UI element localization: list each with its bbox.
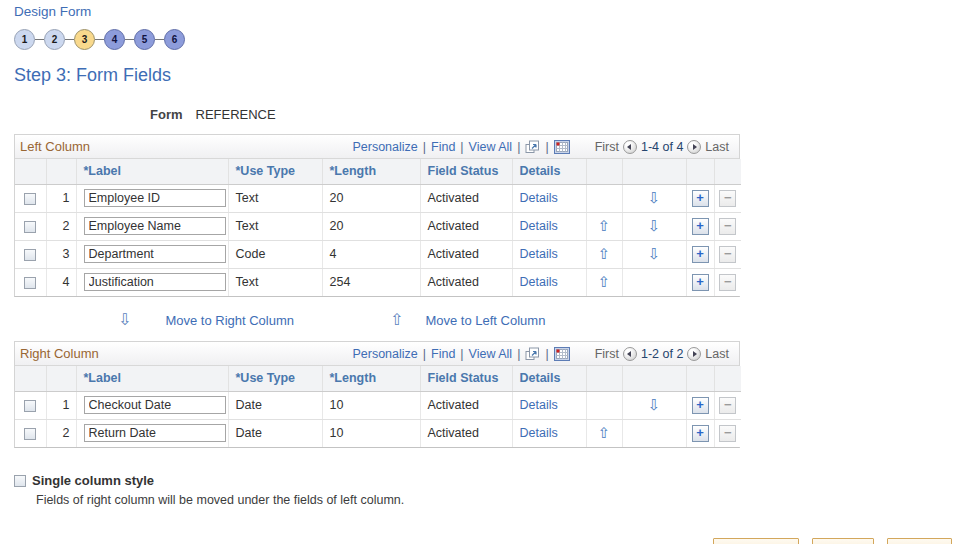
move-to-left-link[interactable]: Move to Left Column [425, 313, 545, 328]
select-column-header [15, 159, 46, 184]
separator [545, 347, 548, 361]
details-link[interactable]: Details [520, 398, 558, 412]
step-circle-1: 1 [14, 29, 35, 50]
design-form-page: Design Form 1 2 3 4 5 6 Step 3: Form Fie… [0, 0, 961, 544]
step-connector [35, 39, 44, 40]
label-input[interactable] [84, 273, 226, 291]
right-column-grid: Right Column Personalize Find View All [14, 341, 740, 448]
popup-icon[interactable] [525, 140, 540, 154]
move-to-left-icon[interactable] [390, 312, 403, 328]
details-link[interactable]: Details [520, 219, 558, 233]
pager-first-label: First [595, 347, 619, 361]
move-down-icon[interactable] [648, 397, 661, 412]
add-row-button[interactable] [692, 274, 709, 291]
use-type-value: Text [228, 184, 322, 212]
move-up-icon[interactable] [598, 218, 611, 233]
use-type-value: Text [228, 268, 322, 296]
add-row-button[interactable] [692, 246, 709, 263]
row-select-checkbox[interactable] [24, 249, 36, 261]
use-type-value: Code [228, 240, 322, 268]
label-input[interactable] [84, 396, 226, 414]
field-status-value: Activated [420, 391, 512, 419]
table-row: 2 Date 10 Activated Details [15, 419, 741, 447]
row-select-checkbox[interactable] [24, 221, 36, 233]
delete-row-button[interactable] [719, 190, 736, 207]
row-number: 2 [46, 419, 76, 447]
delete-row-button[interactable] [719, 218, 736, 235]
separator [460, 347, 463, 361]
label-input[interactable] [84, 245, 226, 263]
pager-first-label: First [595, 140, 619, 154]
download-grid-icon[interactable] [554, 347, 570, 361]
download-grid-icon[interactable] [554, 140, 570, 154]
left-column-grid: Left Column Personalize Find View All [14, 134, 740, 297]
form-value: REFERENCE [196, 107, 276, 122]
row-select-checkbox[interactable] [24, 400, 36, 412]
details-link[interactable]: Details [520, 247, 558, 261]
use-type-value: Text [228, 212, 322, 240]
add-row-button[interactable] [692, 397, 709, 414]
header-row: *Label *Use Type *Length Field Status De… [15, 159, 741, 184]
row-select-checkbox[interactable] [24, 428, 36, 440]
row-number: 2 [46, 212, 76, 240]
pager-previous-button[interactable] [623, 140, 637, 154]
pager-next-button[interactable] [687, 140, 701, 154]
table-row: 1 Date 10 Activated Details [15, 391, 741, 419]
previous-button[interactable]: < Previous [713, 538, 798, 544]
pager-range: 1-4 of 4 [641, 140, 683, 154]
popup-icon[interactable] [525, 347, 540, 361]
single-column-style-checkbox[interactable] [14, 475, 26, 487]
pager-previous-button[interactable] [623, 347, 637, 361]
details-link[interactable]: Details [520, 191, 558, 205]
move-up-column-header [586, 366, 622, 391]
row-select-checkbox[interactable] [24, 277, 36, 289]
add-row-button[interactable] [692, 218, 709, 235]
move-up-icon[interactable] [598, 274, 611, 289]
view-all-link[interactable]: View All [469, 140, 513, 154]
field-status-value: Activated [420, 268, 512, 296]
cancel-button[interactable]: Cancel [887, 538, 952, 544]
move-down-icon[interactable] [648, 218, 661, 233]
label-input[interactable] [84, 424, 226, 442]
delete-row-button[interactable] [719, 397, 736, 414]
right-grid-pager: First 1-2 of 2 Last [591, 347, 733, 361]
delete-row-button[interactable] [719, 425, 736, 442]
personalize-link[interactable]: Personalize [352, 347, 417, 361]
move-up-icon[interactable] [598, 425, 611, 440]
details-column-header: Details [512, 366, 586, 391]
move-down-icon[interactable] [648, 246, 661, 261]
use-type-column-header: *Use Type [228, 366, 322, 391]
separator [517, 347, 520, 361]
table-row: 1 Text 20 Activated Details [15, 184, 741, 212]
field-status-value: Activated [420, 212, 512, 240]
left-grid-toolbar: Personalize Find View All [347, 140, 574, 154]
single-column-style-label: Single column style [32, 473, 154, 488]
length-column-header: *Length [322, 366, 420, 391]
pager-last-label: Last [705, 347, 729, 361]
length-value: 20 [322, 184, 420, 212]
details-link[interactable]: Details [520, 275, 558, 289]
label-input[interactable] [84, 217, 226, 235]
breadcrumb[interactable]: Design Form [14, 4, 91, 19]
move-to-right-link[interactable]: Move to Right Column [165, 313, 294, 328]
move-to-right-icon[interactable] [118, 312, 131, 328]
delete-row-button[interactable] [719, 274, 736, 291]
find-link[interactable]: Find [431, 140, 455, 154]
pager-next-button[interactable] [687, 347, 701, 361]
personalize-link[interactable]: Personalize [352, 140, 417, 154]
move-down-icon[interactable] [648, 190, 661, 205]
length-value: 10 [322, 419, 420, 447]
label-input[interactable] [84, 189, 226, 207]
add-row-button[interactable] [692, 425, 709, 442]
row-select-checkbox[interactable] [24, 193, 36, 205]
view-all-link[interactable]: View All [469, 347, 513, 361]
field-status-column-header: Field Status [420, 366, 512, 391]
move-up-icon[interactable] [598, 246, 611, 261]
step-circle-6: 6 [164, 29, 185, 50]
add-row-button[interactable] [692, 190, 709, 207]
delete-row-button[interactable] [719, 246, 736, 263]
step-circle-4: 4 [104, 29, 125, 50]
next-button[interactable]: Next > [812, 538, 874, 544]
find-link[interactable]: Find [431, 347, 455, 361]
details-link[interactable]: Details [520, 426, 558, 440]
